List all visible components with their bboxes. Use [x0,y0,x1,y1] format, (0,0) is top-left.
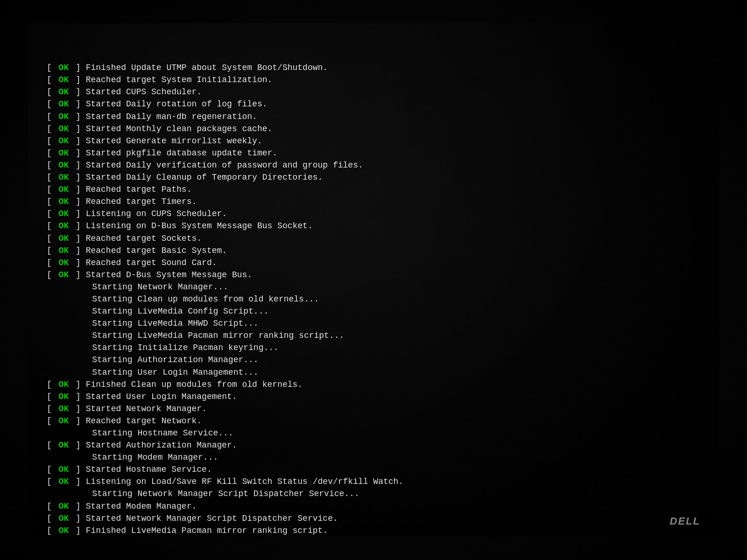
ok-status: OK [52,111,76,123]
line-message: Started Daily rotation of log files. [86,98,268,110]
ok-status: OK [52,232,76,245]
terminal-line: Starting Network Manager Script Dispatch… [47,488,700,500]
terminal-line: Starting Hostname Service... [47,427,700,439]
line-message: Started User Login Management. [86,391,237,403]
bracket-close: ] [76,415,86,427]
bracket-close: ] [76,98,86,110]
bracket-close: ] [76,525,86,537]
terminal-line: [ OK ] Started Daily Cleanup of Temporar… [47,171,700,183]
bracket-close: ] [76,245,86,257]
terminal-line: Starting LiveMedia Config Script... [47,305,700,317]
terminal-line: [ OK ] Started Modem Manager. [47,500,700,512]
terminal-output: [ OK ] Finished Update UTMP about System… [47,37,700,537]
ok-status: OK [52,147,76,159]
ok-status: OK [52,86,76,98]
terminal-line: [ OK ] Started Daily man-db regeneration… [47,111,700,123]
monitor: [ OK ] Finished Update UTMP about System… [0,0,747,560]
ok-status: OK [52,257,76,269]
bracket-open: [ [47,463,52,476]
terminal-line: Starting Clean up modules from old kerne… [47,293,700,305]
terminal-line: [ OK ] Reached target Network. [47,415,700,427]
line-message: Started Monthly clean packages cache. [86,123,273,135]
terminal-line: [ OK ] Started User Login Management. [47,391,700,403]
bracket-open: [ [47,403,52,415]
terminal-line: [ OK ] Started Generate mirrorlist weekl… [47,135,700,147]
terminal-line: [ OK ] Reached target Basic System. [47,245,700,257]
terminal-line: [ OK ] Started Authorization Manager. [47,439,700,451]
ok-status: OK [52,415,76,427]
bracket-open: [ [47,74,52,86]
line-message: Starting Hostname Service... [47,427,233,439]
line-message: Started Modem Manager. [86,500,197,512]
ok-status: OK [52,525,76,537]
bracket-open: [ [47,269,52,281]
line-message: Listening on D-Bus System Message Bus So… [86,220,313,232]
bracket-open: [ [47,476,52,488]
ok-status: OK [52,500,76,512]
terminal-line: [ OK ] Started pkgfile database update t… [47,147,700,159]
terminal-line: [ OK ] Finished Clean up modules from ol… [47,378,700,391]
bracket-close: ] [76,378,86,391]
dell-logo: DELL [670,515,700,527]
terminal-line: Starting Authorization Manager... [47,354,700,366]
ok-status: OK [52,98,76,110]
terminal-line: [ OK ] Started Network Manager Script Di… [47,512,700,525]
ok-status: OK [52,183,76,196]
terminal-line: Starting User Login Management... [47,366,700,378]
terminal-line: [ OK ] Started CUPS Scheduler. [47,86,700,98]
line-message: Started pkgfile database update timer. [86,147,277,159]
line-message: Reached target Paths. [86,183,192,196]
line-message: Starting LiveMedia Pacman mirror ranking… [47,329,344,342]
bracket-close: ] [76,62,86,74]
bracket-close: ] [76,439,86,451]
bracket-open: [ [47,232,52,245]
ok-status: OK [52,171,76,183]
bracket-close: ] [76,159,86,171]
line-message: Started Network Manager. [86,403,207,415]
bracket-close: ] [76,183,86,196]
line-message: Starting Authorization Manager... [47,354,259,366]
ok-status: OK [52,74,76,86]
bracket-close: ] [76,171,86,183]
terminal-line: [ OK ] Listening on CUPS Scheduler. [47,208,700,220]
terminal-line: [ OK ] Reached target System Initializat… [47,74,700,86]
line-message: Listening on Load/Save RF Kill Switch St… [86,476,404,488]
terminal-line: Starting Modem Manager... [47,451,700,463]
ok-status: OK [52,135,76,147]
line-message: Starting Clean up modules from old kerne… [47,293,319,305]
line-message: Started Network Manager Script Dispatche… [86,512,338,525]
ok-status: OK [52,403,76,415]
screen: [ OK ] Finished Update UTMP about System… [28,23,719,537]
ok-status: OK [52,208,76,220]
bracket-open: [ [47,257,52,269]
bracket-close: ] [76,220,86,232]
bracket-open: [ [47,62,52,74]
terminal-line: Starting LiveMedia MHWD Script... [47,317,700,329]
bracket-close: ] [76,269,86,281]
ok-status: OK [52,439,76,451]
line-message: Started D-Bus System Message Bus. [86,269,252,281]
bracket-open: [ [47,123,52,135]
terminal-line: [ OK ] Reached target Paths. [47,183,700,196]
ok-status: OK [52,159,76,171]
terminal-line: [ OK ] Started Monthly clean packages ca… [47,123,700,135]
terminal-line: [ OK ] Reached target Timers. [47,196,700,208]
bracket-open: [ [47,183,52,196]
line-message: Reached target Basic System. [86,245,227,257]
line-message: Started Daily Cleanup of Temporary Direc… [86,171,323,183]
bracket-open: [ [47,415,52,427]
bracket-close: ] [76,196,86,208]
ok-status: OK [52,391,76,403]
bracket-open: [ [47,378,52,391]
bracket-close: ] [76,403,86,415]
terminal-line: [ OK ] Started D-Bus System Message Bus. [47,269,700,281]
line-message: Finished Clean up modules from old kerne… [86,378,303,391]
terminal-line: Starting Initialize Pacman keyring... [47,342,700,354]
line-message: Started CUPS Scheduler. [86,86,202,98]
ok-status: OK [52,62,76,74]
line-message: Started Daily verification of password a… [86,159,363,171]
bracket-open: [ [47,196,52,208]
terminal-line: [ OK ] Reached target Sockets. [47,232,700,245]
bracket-open: [ [47,220,52,232]
terminal-line: [ OK ] Started Network Manager. [47,403,700,415]
